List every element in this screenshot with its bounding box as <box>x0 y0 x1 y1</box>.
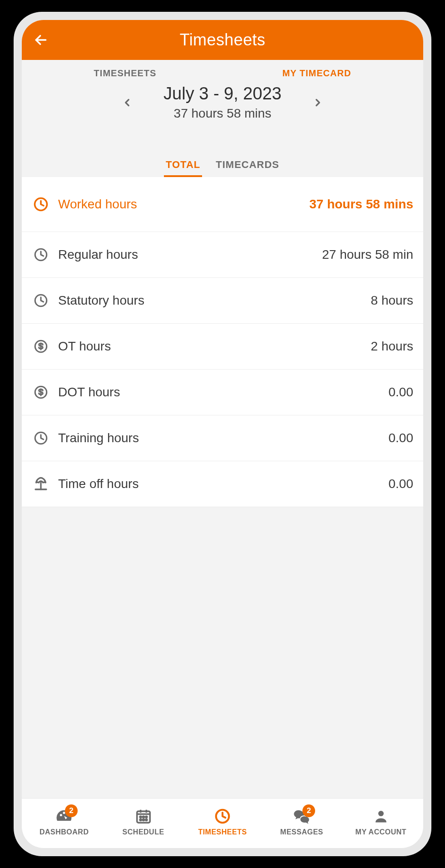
badge-count: 2 <box>65 804 78 817</box>
nav-messages[interactable]: 2 MESSAGES <box>262 807 341 836</box>
nav-label: DASHBOARD <box>40 828 89 836</box>
next-week-button[interactable] <box>309 94 327 112</box>
row-label: Training hours <box>58 431 139 445</box>
row-value: 8 hours <box>371 293 413 308</box>
row-value: 0.00 <box>389 431 414 445</box>
tab-my-timecard[interactable]: MY TIMECARD <box>282 68 351 79</box>
nav-dashboard[interactable]: 2 DASHBOARD <box>25 807 104 836</box>
row-label: OT hours <box>58 339 111 354</box>
nav-label: MY ACCOUNT <box>356 828 407 836</box>
clock-icon <box>32 246 50 264</box>
dollar-icon <box>32 337 50 355</box>
umbrella-icon <box>32 475 50 493</box>
hours-list: Worked hours 37 hours 58 mins Regular ho… <box>22 177 423 507</box>
row-regular-hours: Regular hours 27 hours 58 min <box>22 232 423 278</box>
clock-icon <box>32 291 50 310</box>
svg-point-15 <box>143 819 144 820</box>
user-icon <box>373 808 389 824</box>
content-filler <box>22 507 423 798</box>
chevron-right-icon <box>312 97 324 108</box>
nav-label: SCHEDULE <box>123 828 164 836</box>
dollar-icon <box>32 383 50 401</box>
svg-point-16 <box>145 819 147 820</box>
phone-frame: Timesheets TIMESHEETS MY TIMECARD July 3… <box>14 12 431 856</box>
date-range-text: July 3 - 9, 2023 <box>163 84 282 104</box>
svg-point-18 <box>378 811 384 816</box>
top-tabs: TIMESHEETS MY TIMECARD <box>22 60 423 81</box>
row-statutory-hours: Statutory hours 8 hours <box>22 278 423 324</box>
badge-count: 2 <box>302 804 315 817</box>
svg-point-13 <box>145 816 147 818</box>
svg-point-11 <box>140 816 141 818</box>
chevron-left-icon <box>121 97 133 108</box>
row-label: DOT hours <box>58 385 120 399</box>
nav-timesheets[interactable]: TIMESHEETS <box>183 807 262 836</box>
row-dot-hours: DOT hours 0.00 <box>22 370 423 415</box>
bottom-nav: 2 DASHBOARD SCHEDULE TIMESHEETS <box>22 798 423 848</box>
row-label: Regular hours <box>58 247 138 262</box>
calendar-icon <box>135 808 152 825</box>
svg-point-12 <box>143 816 144 818</box>
app-screen: Timesheets TIMESHEETS MY TIMECARD July 3… <box>22 20 423 848</box>
svg-point-14 <box>140 819 141 820</box>
date-selector: July 3 - 9, 2023 37 hours 58 mins <box>22 81 423 121</box>
row-value: 0.00 <box>389 385 414 399</box>
row-ot-hours: OT hours 2 hours <box>22 324 423 370</box>
clock-icon <box>32 429 50 447</box>
sub-tabs: TOTAL TIMECARDS <box>22 156 423 177</box>
date-summary-text: 37 hours 58 mins <box>163 106 282 121</box>
nav-label: MESSAGES <box>280 828 323 836</box>
row-label: Time off hours <box>58 477 138 491</box>
clock-icon <box>214 808 231 825</box>
row-value: 0.00 <box>389 477 414 491</box>
nav-schedule[interactable]: SCHEDULE <box>104 807 183 836</box>
app-header: Timesheets <box>22 20 423 60</box>
row-value: 2 hours <box>371 339 413 354</box>
row-timeoff-hours: Time off hours 0.00 <box>22 461 423 507</box>
clock-icon <box>32 195 50 213</box>
date-display: July 3 - 9, 2023 37 hours 58 mins <box>163 84 282 121</box>
prev-week-button[interactable] <box>118 94 136 112</box>
row-value: 37 hours 58 mins <box>309 197 413 212</box>
tab-timesheets[interactable]: TIMESHEETS <box>94 68 157 79</box>
row-value: 27 hours 58 min <box>322 247 413 262</box>
row-training-hours: Training hours 0.00 <box>22 415 423 461</box>
subtab-total[interactable]: TOTAL <box>164 156 202 177</box>
row-label: Worked hours <box>58 197 137 212</box>
row-label: Statutory hours <box>58 293 144 308</box>
nav-account[interactable]: MY ACCOUNT <box>341 807 420 836</box>
nav-label: TIMESHEETS <box>198 828 247 836</box>
subtab-timecards[interactable]: TIMECARDS <box>214 156 281 177</box>
page-title: Timesheets <box>22 30 423 49</box>
row-worked-hours: Worked hours 37 hours 58 mins <box>22 177 423 232</box>
